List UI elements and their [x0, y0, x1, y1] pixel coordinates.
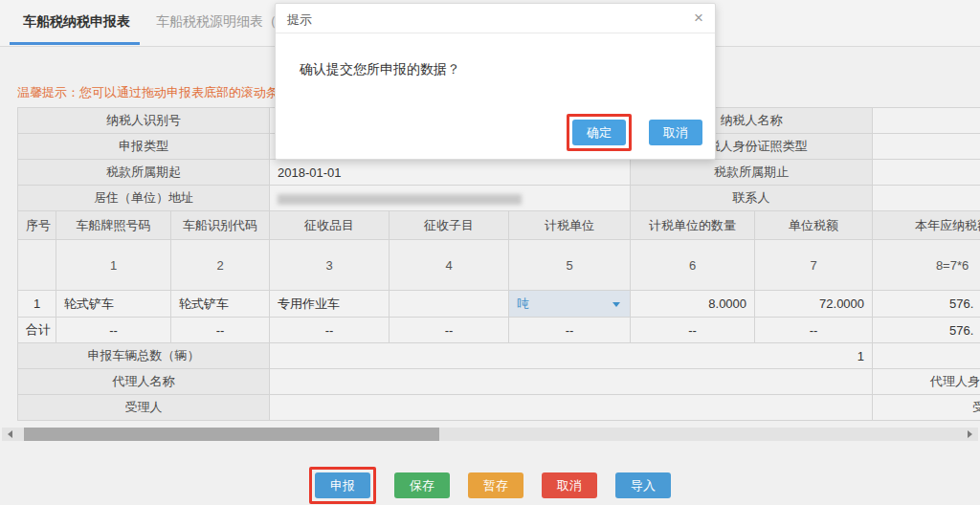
col-num-6: 6: [631, 240, 755, 291]
field-value-period-start: 2018-01-01: [270, 160, 631, 186]
cell-unit-tax: 72.0000: [755, 291, 873, 318]
col-num-8: 8=7*6: [873, 240, 980, 291]
active-tab-underline: [10, 42, 140, 45]
field-label-period-start: 税款所属期起: [18, 160, 270, 186]
col-header-annual-tax: 本年应纳税额: [873, 211, 980, 240]
total-unit: --: [509, 318, 631, 343]
cell-vin: 轮式铲车: [171, 291, 270, 318]
redacted-address-block: [278, 194, 522, 205]
total-seq: 合计: [18, 318, 56, 343]
column-number-row: 1 2 3 4 5 6 7 8=7*6: [18, 240, 980, 291]
value-acceptor: [270, 395, 873, 421]
total-unit-tax: --: [755, 318, 873, 343]
cell-subitem: [390, 291, 509, 318]
label-agent-name: 代理人名称: [18, 369, 270, 395]
col-num-0: [18, 240, 56, 291]
cell-item: 专用作业车: [270, 291, 390, 318]
total-row: 合计 -- -- -- -- -- -- -- 576.: [18, 318, 980, 343]
col-header-unit: 计税单位: [509, 211, 631, 240]
cell-plate: 轮式铲车: [56, 291, 171, 318]
scrollbar-thumb[interactable]: [24, 428, 439, 441]
total-annual-tax: 576.: [873, 318, 980, 343]
col-header-vin: 车船识别代码: [171, 211, 270, 240]
cell-annual-tax: 576.: [873, 291, 980, 318]
col-header-seq: 序号: [18, 211, 56, 240]
confirm-button[interactable]: 确定: [572, 120, 626, 145]
unit-dropdown[interactable]: 吨: [509, 291, 631, 318]
import-button[interactable]: 导入: [615, 472, 671, 498]
tab-vehicle-tax-return[interactable]: 车船税纳税申报表: [23, 13, 130, 31]
dialog-title: 提示: [287, 11, 312, 29]
total-qty: --: [631, 318, 755, 343]
extra-agent-id: 代理人身: [873, 369, 980, 395]
col-header-subitem: 征收子目: [390, 211, 509, 240]
col-header-unit-tax: 单位税额: [755, 211, 873, 240]
dialog-cancel-button[interactable]: 取消: [649, 120, 702, 145]
col-header-item: 征收品目: [270, 211, 390, 240]
vehicle-data-row: 1 轮式铲车 轮式铲车 专用作业车 吨 8.0000 72.0000 576.: [18, 291, 980, 318]
extra-total-vehicles: [873, 343, 980, 369]
table-row: 居住（单位）地址 联系人: [18, 186, 980, 211]
table-row: 税款所属期起 2018-01-01 税款所属期止: [18, 160, 980, 186]
close-icon[interactable]: ×: [694, 10, 703, 26]
table-row: 申报车辆总数（辆） 1: [18, 343, 980, 369]
field-label-declaration-type: 申报类型: [18, 134, 270, 160]
field-label-taxpayer-id: 纳税人识别号: [18, 108, 270, 134]
total-item: --: [270, 318, 390, 343]
col-num-4: 4: [390, 240, 509, 291]
total-subitem: --: [390, 318, 509, 343]
temp-save-button[interactable]: 暂存: [468, 472, 523, 498]
table-header-row: 序号 车船牌照号码 车船识别代码 征收品目 征收子目 计税单位 计税单位的数量 …: [18, 211, 980, 240]
field-value-address: [270, 186, 631, 211]
horizontal-scrollbar[interactable]: [2, 428, 978, 441]
unit-dropdown-value: 吨: [517, 296, 529, 311]
field-value-taxpayer-name: [873, 108, 980, 134]
dialog-header: 提示 ×: [276, 4, 715, 33]
label-acceptor: 受理人: [18, 395, 270, 421]
save-button[interactable]: 保存: [394, 472, 450, 498]
declare-button-highlight: 申报: [309, 467, 376, 504]
field-label-period-end: 税款所属期止: [631, 160, 873, 186]
label-total-vehicles: 申报车辆总数（辆）: [18, 343, 270, 369]
cell-qty: 8.0000: [631, 291, 755, 318]
field-value-period-end: [873, 160, 980, 186]
total-vin: --: [171, 318, 270, 343]
dropdown-caret-icon: [612, 302, 620, 307]
scroll-left-icon[interactable]: [8, 430, 12, 438]
dialog-buttons: 确定 取消: [567, 114, 702, 151]
action-bar: 申报 保存 暂存 取消 导入: [0, 467, 980, 504]
col-header-plate: 车船牌照号码: [56, 211, 171, 240]
value-agent-name: [270, 369, 873, 395]
notice-text: 温馨提示：您可以通过拖动申报表底部的滚动条来: [17, 84, 291, 101]
col-num-7: 7: [755, 240, 873, 291]
confirm-dialog: 提示 × 确认提交您所申报的数据？ 确定 取消: [275, 3, 716, 160]
field-value-contact: [873, 186, 980, 211]
table-row: 受理人 受: [18, 395, 980, 421]
table-row: 代理人名称 代理人身: [18, 369, 980, 395]
col-num-3: 3: [270, 240, 390, 291]
field-value-id-doc-type: [873, 134, 980, 160]
col-header-qty: 计税单位的数量: [631, 211, 755, 240]
declare-button[interactable]: 申报: [315, 472, 370, 498]
confirm-button-highlight: 确定: [567, 114, 632, 151]
scroll-right-icon[interactable]: [968, 430, 972, 438]
col-num-1: 1: [56, 240, 171, 291]
dialog-message: 确认提交您所申报的数据？: [300, 61, 460, 78]
cell-seq: 1: [18, 291, 56, 318]
field-label-address: 居住（单位）地址: [18, 186, 270, 211]
field-label-contact: 联系人: [631, 186, 873, 211]
extra-acceptor: 受: [873, 395, 980, 421]
value-total-vehicles: 1: [270, 343, 873, 369]
cancel-button[interactable]: 取消: [542, 472, 597, 498]
col-num-2: 2: [171, 240, 270, 291]
col-num-5: 5: [509, 240, 631, 291]
total-plate: --: [56, 318, 171, 343]
